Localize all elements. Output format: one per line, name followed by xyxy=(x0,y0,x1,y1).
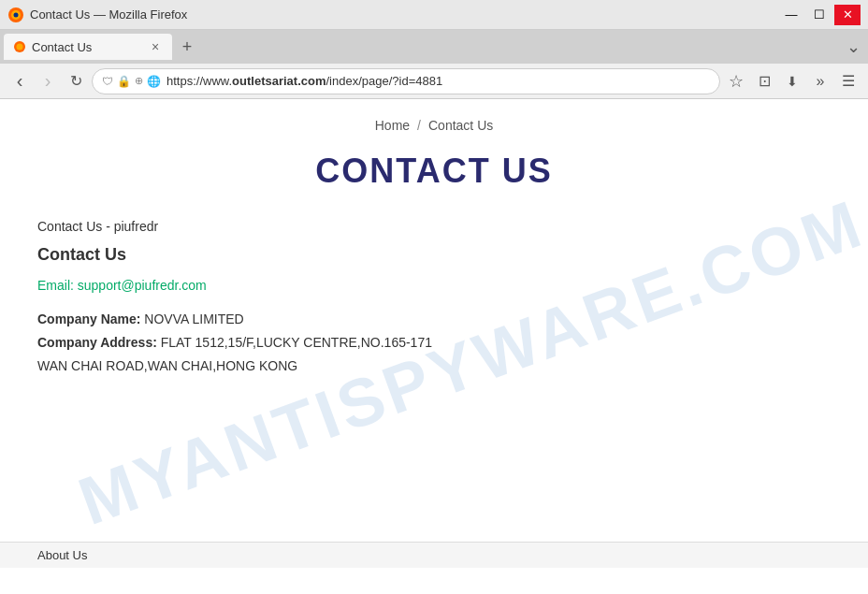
email-line: Email: support@piufredr.com xyxy=(37,278,831,293)
lock-icon: 🔒 xyxy=(117,75,131,88)
menu-button[interactable]: ☰ xyxy=(836,69,861,94)
minimize-button[interactable]: — xyxy=(778,5,804,25)
page-subtitle: Contact Us - piufredr xyxy=(37,219,831,234)
pocket-button[interactable]: ⊡ xyxy=(752,69,776,94)
tab-title: Contact Us xyxy=(32,40,142,54)
footer-about-link[interactable]: About Us xyxy=(37,548,87,562)
company-name-value: NOVVA LIMITED xyxy=(144,311,243,326)
tracking-icon: ⊕ xyxy=(135,75,143,87)
url-path: /index/page/?id=4881 xyxy=(326,74,443,88)
email-label: Email: xyxy=(37,278,74,293)
back-button[interactable]: ‹ xyxy=(7,69,32,94)
svg-point-2 xyxy=(14,12,19,17)
forward-button: › xyxy=(36,69,60,94)
window-title: Contact Us — Mozilla Firefox xyxy=(30,7,187,22)
breadcrumb-home[interactable]: Home xyxy=(375,118,410,133)
company-address-line1: Company Address: FLAT 1512,15/F,LUCKY CE… xyxy=(37,331,831,355)
page-content: Home / Contact Us CONTACT US Contact Us … xyxy=(0,99,868,416)
browser-tab[interactable]: Contact Us × xyxy=(4,34,172,60)
breadcrumb-current: Contact Us xyxy=(428,118,493,133)
url-prefix: https://www. xyxy=(166,74,232,88)
company-name-line: Company Name: NOVVA LIMITED xyxy=(37,308,831,331)
more-tools-button[interactable]: » xyxy=(808,69,832,94)
footer: About Us xyxy=(0,542,868,568)
firefox-icon xyxy=(7,7,24,23)
bookmark-button[interactable]: ☆ xyxy=(724,69,748,94)
svg-point-4 xyxy=(17,44,23,51)
tab-close-button[interactable]: × xyxy=(148,39,163,54)
globe-icon: 🌐 xyxy=(147,75,161,88)
url-domain: outletsariat.com xyxy=(232,74,326,88)
section-title: Contact Us xyxy=(37,245,831,265)
tab-bar: Contact Us × + ⌄ xyxy=(0,30,868,64)
company-info: Company Name: NOVVA LIMITED Company Addr… xyxy=(37,308,831,379)
window-controls: — ☐ ✕ xyxy=(778,5,861,25)
download-button[interactable]: ⬇ xyxy=(780,69,804,94)
page-heading: CONTACT US xyxy=(37,152,831,191)
reload-button[interactable]: ↻ xyxy=(64,69,88,94)
tab-favicon xyxy=(13,40,26,53)
browser-content: MYANTISPYWARE.COM Home / Contact Us CONT… xyxy=(0,99,868,568)
company-address-label: Company Address: xyxy=(37,335,157,350)
company-address-line2: WAN CHAI ROAD,WAN CHAI,HONG KONG xyxy=(37,355,831,378)
address-bar[interactable]: 🛡 🔒 ⊕ 🌐 https://www.outletsariat.com/ind… xyxy=(92,68,720,94)
close-button[interactable]: ✕ xyxy=(834,5,861,25)
nav-right-buttons: ☆ ⊡ ⬇ » ☰ xyxy=(724,69,861,94)
new-tab-button[interactable]: + xyxy=(174,34,200,60)
security-icons: 🛡 🔒 ⊕ 🌐 xyxy=(102,75,161,88)
email-link[interactable]: support@piufredr.com xyxy=(78,278,207,293)
nav-bar: ‹ › ↻ 🛡 🔒 ⊕ 🌐 https://www.outletsariat.c… xyxy=(0,64,868,99)
title-bar: Contact Us — Mozilla Firefox — ☐ ✕ xyxy=(0,0,868,30)
url-display: https://www.outletsariat.com/index/page/… xyxy=(166,74,710,88)
shield-icon: 🛡 xyxy=(102,75,113,88)
maximize-button[interactable]: ☐ xyxy=(806,5,832,25)
breadcrumb: Home / Contact Us xyxy=(37,118,831,133)
company-name-label: Company Name: xyxy=(37,311,140,326)
company-address-value1: FLAT 1512,15/F,LUCKY CENTRE,NO.165-171 xyxy=(161,335,432,350)
breadcrumb-separator: / xyxy=(417,118,421,133)
chevron-down-icon[interactable]: ⌄ xyxy=(843,33,864,61)
